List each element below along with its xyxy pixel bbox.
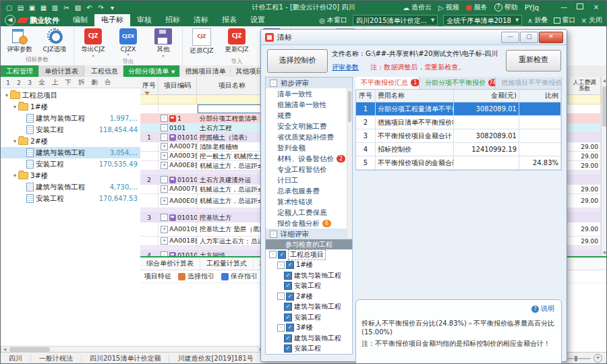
result-tab-分部分项不平衡报价[interactable]: 分部分项不平衡报价74 [420,77,496,89]
dialog-minimize-button[interactable]: — [501,32,519,43]
tree-item-2#楼[interactable]: ▾2#楼 [1,135,140,147]
close-button[interactable]: × [589,2,604,13]
result-row[interactable]: 3不平衡报价项目金额合计3082089.01 [356,129,561,143]
preliminary-review-group[interactable]: -初步评审 [266,78,352,88]
check-tree-item-安装工程[interactable]: ✓安装工程 [266,281,352,292]
cloud-icon[interactable]: ☁造价云 [403,3,432,12]
tree-item-建筑与装饰工程[interactable]: 建筑与装饰工程1,997,... [1,113,140,124]
review-item-专业工程暂估价[interactable]: 专业工程暂估价 [266,164,352,175]
menu-tab-报表[interactable]: 报表 [215,14,243,26]
new-doc-icon[interactable]: ▢ [5,4,13,11]
select-control-price-button[interactable]: 选择控制价 [267,49,328,73]
pricing-standard-dropdown[interactable]: 四川2015清单计价定...▼ [353,15,438,26]
ribbon-button-导出CJZ[interactable]: CJZ导出CJZ▾ [76,27,111,57]
scrollbar-thumb[interactable] [9,347,50,352]
grid-tab-工程信息[interactable]: 工程信息 [86,65,123,77]
help-icon[interactable]: ?帮助 [494,3,518,12]
review-item-计日工[interactable]: 计日工 [266,175,352,185]
maximize-button[interactable] [573,2,587,13]
menu-tab-清标[interactable]: 清标 [187,14,215,26]
result-tab-措施项目不平衡报价[interactable]: 措施项目不平衡报价 [496,77,562,89]
menu-tab-审核[interactable]: 审核 [130,14,158,26]
expand-icon[interactable]: + [161,152,168,160]
review-item-材料、设备暂估价[interactable]: 材料、设备暂估价2 [266,153,352,164]
tree-toolbar-button-上[interactable]: 上 [49,78,61,87]
checkbox-checked-icon[interactable]: ✓ [284,313,292,322]
review-item-清单一致性[interactable]: 清单一致性 [266,88,352,99]
dialog-maximize-button[interactable]: ▢ [520,32,538,43]
more-icon[interactable]: ▾ [108,4,117,11]
tree-toolbar-button-全[interactable]: 全 [36,78,48,87]
redo-icon[interactable]: ↷ [96,4,105,11]
checkbox-checked-icon[interactable]: ✓ [286,293,294,301]
expanded-icon[interactable]: ▾ [11,173,18,179]
tree-item-建筑与装饰工程[interactable]: 建筑与装饰工程4,730,... [1,181,140,193]
check-tree-item-安装工程[interactable]: ✓安装工程 [266,344,352,355]
recheck-button[interactable]: 重新检查 [506,50,561,71]
check-tree-item-3#楼[interactable]: -✓3#楼 [266,323,352,334]
expand-icon[interactable]: + [161,185,168,193]
result-row[interactable]: 5不平衡报价项目的金额合计占招标控制价的比例24.83% [356,156,561,170]
zoom-in-icon[interactable]: + [594,354,602,363]
feature-button-保存指引[interactable]: 保存指引 [221,272,258,281]
minimize-button[interactable]: — [556,2,571,13]
tree-item-安装工程[interactable]: 安装工程170,647.53 [1,193,140,204]
list-standard-dropdown[interactable]: 全统千序单清单2018▼ [443,15,522,26]
print-icon[interactable]: ▥ [51,4,59,11]
ribbon-button-其他[interactable]: 其他▾ [146,27,181,57]
col-header-adj[interactable]: 人工费调 系数 [569,77,601,94]
ribbon-button-更新CJZ[interactable]: CJZ更新CJZ [219,27,254,57]
expand-icon[interactable]: + [161,226,168,233]
grid-tab-分部分项清单[interactable]: 分部分项清单▼ [123,65,180,77]
collapse-icon[interactable]: - [161,214,168,221]
review-item-措施清单一致性[interactable]: 措施清单一致性 [266,99,352,110]
result-row[interactable]: 4招标控制价12410992.19 [356,143,561,156]
collapse-ribbon-button[interactable]: ∧折叠 [527,16,548,25]
check-tree-item-建筑与装饰工程[interactable]: ✓建筑与装饰工程 [266,302,352,313]
collapse-icon[interactable]: - [161,176,168,183]
this-window-button[interactable]: ◎本窗口 [319,16,347,25]
cut-icon[interactable]: ✂ [62,4,71,11]
checkbox-checked-icon[interactable]: ✓ [284,272,292,280]
tree-item-安装工程[interactable]: 安装工程170,535.49 [1,158,140,170]
expand-icon[interactable]: + [161,237,168,245]
user-account[interactable]: PYJq [525,4,539,11]
check-tree-item-1#楼[interactable]: -✓1#楼 [266,260,352,271]
save-all-icon[interactable]: ▦ [39,4,48,11]
checkbox-checked-icon[interactable]: ✓ [286,261,294,269]
expanded-icon[interactable]: ▾ [11,138,18,144]
menu-tab-电子标[interactable]: 电子标 [94,14,130,26]
collapse-icon[interactable]: - [161,133,168,141]
collapse-icon[interactable]: - [277,324,285,332]
expanded-icon[interactable]: ▾ [11,104,18,110]
collapse-icon[interactable]: - [270,231,277,238]
checkbox-checked-icon[interactable]: ✓ [284,334,292,342]
collapse-icon[interactable]: - [161,251,168,256]
left-tab-工程管理[interactable]: 工程管理 [1,65,39,77]
check-tree-item-工程总项目[interactable]: -✓工程总项目 [266,249,352,260]
ribbon-button-CJZ选项[interactable]: CJZ选项 [37,27,72,55]
ribbon-button-评审参数[interactable]: 评审参数 [2,27,37,55]
tree-item-安装工程[interactable]: 安装工程118,454.44 [1,124,140,135]
review-item-报价金额分析[interactable]: 报价金额分析6 [266,218,352,229]
checkbox-checked-icon[interactable]: ✓ [284,282,292,290]
grid-tab-措施项目清单[interactable]: 措施项目清单 [180,65,231,77]
tree-toolbar-button-拆[interactable]: 拆 [76,78,88,87]
scroll-down-icon[interactable]: ▼ [602,249,607,256]
save-icon[interactable]: ▣ [28,4,36,11]
checkbox-checked-icon[interactable]: ✓ [284,303,292,311]
tree-toolbar-button-合[interactable]: 合 [102,78,114,87]
collapse-icon[interactable]: - [161,124,168,131]
feature-button-选择指引[interactable]: 选择指引 [178,272,214,281]
checkbox-checked-icon[interactable]: ✓ [286,324,294,332]
tree-toolbar-button-下[interactable]: 下 [62,78,74,87]
tree-toolbar-button-3[interactable]: 3 [25,79,34,86]
ribbon-button-CJZX[interactable]: CJZXCJZX▾ [111,27,146,57]
review-item-算术性错误[interactable]: 算术性错误 [266,196,352,207]
tree-toolbar-button-1[interactable]: 1 [3,79,13,86]
check-tree-item-建筑与装饰工程[interactable]: ✓建筑与装饰工程 [266,333,352,344]
review-item-总承包服务费[interactable]: 总承包服务费 [266,185,352,196]
grid-vertical-scrollbar[interactable]: ▲ ▼ [601,77,607,256]
review-item-省优质奖励补偿费[interactable]: 省优质奖励补偿费 [266,131,352,142]
close-project-button[interactable]: ×关闭 [581,16,602,25]
